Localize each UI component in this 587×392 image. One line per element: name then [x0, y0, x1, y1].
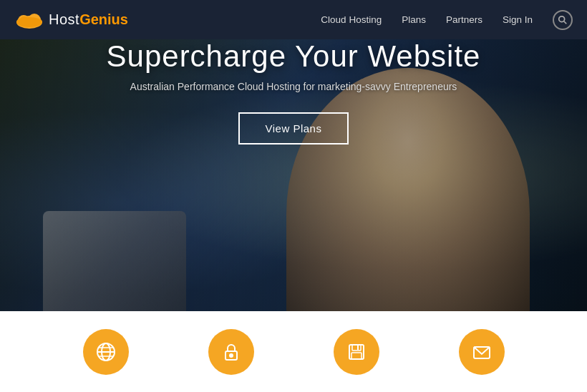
- svg-point-13: [230, 354, 233, 357]
- svg-line-6: [564, 21, 567, 24]
- svg-rect-16: [351, 353, 362, 359]
- hero-section: Supercharge Your Website Australian Perf…: [0, 39, 587, 311]
- save-icon: [346, 341, 367, 363]
- logo-host: Host: [49, 11, 79, 28]
- mail-icon: [471, 341, 493, 363]
- svg-point-4: [19, 16, 29, 26]
- features-section: [0, 311, 587, 392]
- navbar: Host Genius Cloud Hosting Plans Partners…: [0, 0, 587, 39]
- lock-icon: [220, 341, 242, 363]
- svg-point-5: [559, 16, 565, 21]
- logo-text: Host Genius: [49, 11, 128, 28]
- search-icon: [558, 15, 568, 25]
- feature-mail[interactable]: [459, 329, 505, 375]
- nav-links: Cloud Hosting Plans Partners Sign In: [321, 10, 573, 30]
- globe-icon: [95, 341, 117, 363]
- feature-globe[interactable]: [83, 329, 129, 375]
- hero-laptop-graphic: [43, 211, 186, 311]
- hero-content: Supercharge Your Website Australian Perf…: [0, 39, 587, 144]
- logo-genius: Genius: [79, 11, 128, 28]
- hero-title: Supercharge Your Website: [29, 39, 558, 74]
- nav-sign-in[interactable]: Sign In: [503, 14, 533, 25]
- feature-lock[interactable]: [208, 329, 254, 375]
- nav-plans[interactable]: Plans: [402, 14, 426, 25]
- nav-partners[interactable]: Partners: [446, 14, 482, 25]
- search-button[interactable]: [553, 10, 573, 30]
- nav-cloud-hosting[interactable]: Cloud Hosting: [321, 14, 382, 25]
- logo[interactable]: Host Genius: [14, 11, 128, 29]
- cloud-logo-icon: [14, 11, 44, 29]
- feature-save[interactable]: [334, 329, 379, 375]
- view-plans-button[interactable]: View Plans: [238, 112, 349, 144]
- hero-subtitle: Australian Performance Cloud Hosting for…: [29, 81, 558, 92]
- svg-rect-15: [352, 345, 361, 351]
